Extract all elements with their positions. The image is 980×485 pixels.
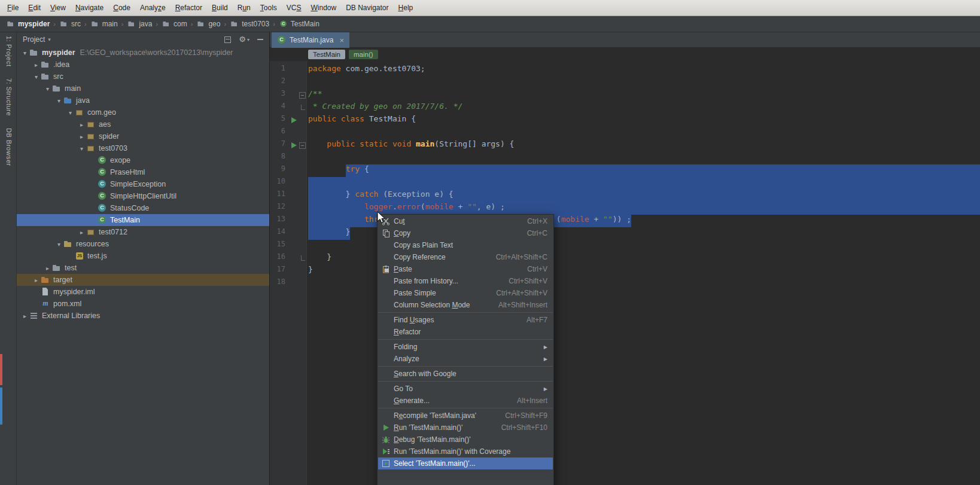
menubar-item-edit[interactable]: Edit — [23, 0, 45, 16]
breadcrumb-java[interactable]: java — [126, 19, 153, 29]
menu-item-paste-from-history[interactable]: Paste from History...Ctrl+Shift+V — [378, 275, 553, 287]
run-icon[interactable] — [291, 117, 297, 123]
fold-end-icon[interactable] — [301, 105, 305, 110]
menubar-item-analyze[interactable]: Analyze — [135, 0, 171, 16]
tree-item-testmain[interactable]: CTestMain — [17, 214, 269, 226]
tree-item-myspider[interactable]: ▾myspiderE:\GEO_workspace\works20170213\… — [17, 47, 269, 59]
menubar-item-window[interactable]: Window — [306, 0, 341, 16]
menu-item-go-to[interactable]: Go To▶ — [378, 383, 553, 395]
menu-item-folding[interactable]: Folding▶ — [378, 341, 553, 353]
breadcrumb-test0703[interactable]: test0703 — [229, 19, 270, 29]
breadcrumb-com[interactable]: com — [160, 19, 188, 29]
menubar-item-help[interactable]: Help — [394, 0, 418, 16]
chevron-collapsed-icon[interactable]: ▸ — [77, 121, 86, 128]
tree-item-target[interactable]: ▸target — [17, 274, 269, 286]
tree-item-simpleexception[interactable]: CSimpleException — [17, 178, 269, 190]
fold-collapse-icon[interactable]: − — [299, 92, 306, 99]
tree-item-pom-xml[interactable]: mpom.xml — [17, 298, 269, 310]
chevron-collapsed-icon[interactable]: ▸ — [32, 62, 41, 68]
line-number: 7 — [270, 139, 285, 152]
tree-item-aes[interactable]: ▸aes — [17, 118, 269, 130]
tree-item-java[interactable]: ▾java — [17, 94, 269, 106]
chevron-collapsed-icon[interactable]: ▸ — [43, 265, 52, 272]
menu-item-paste[interactable]: PasteCtrl+V — [378, 263, 553, 275]
tree-item-test[interactable]: ▸test — [17, 262, 269, 274]
menu-item-analyze[interactable]: Analyze▶ — [378, 353, 553, 365]
tree-item-idea[interactable]: ▸.idea — [17, 59, 269, 71]
breadcrumb-label: src — [71, 20, 81, 28]
tree-item-main[interactable]: ▾main — [17, 83, 269, 94]
menu-item-run-testmain-main-with-coverage[interactable]: Run 'TestMain.main()' with Coverage — [378, 446, 553, 457]
menu-item-copy-as-plain-text[interactable]: Copy as Plain Text — [378, 239, 553, 251]
menu-item-select-testmain-main[interactable]: Select 'TestMain.main()'... — [378, 457, 553, 469]
chevron-expanded-icon[interactable]: ▾ — [43, 86, 52, 92]
menubar-item-refactor[interactable]: Refactor — [171, 0, 207, 16]
menu-item-column-selection-mode[interactable]: Column Selection ModeAlt+Shift+Insert — [378, 299, 553, 311]
menubar-item-build[interactable]: Build — [207, 0, 233, 16]
tree-item-test-js[interactable]: JStest.js — [17, 250, 269, 262]
tree-item-src[interactable]: ▾src — [17, 71, 269, 83]
tree-item-statuscode[interactable]: CStatusCode — [17, 202, 269, 214]
menubar-item-code[interactable]: Code — [108, 0, 135, 16]
fold-collapse-icon[interactable]: − — [299, 142, 306, 149]
chevron-expanded-icon[interactable]: ▾ — [54, 241, 63, 248]
tree-item-simplehttpclientutil[interactable]: CSimpleHttpClientUtil — [17, 190, 269, 202]
chevron-collapsed-icon[interactable]: ▸ — [77, 229, 86, 236]
chevron-expanded-icon[interactable]: ▾ — [20, 50, 29, 56]
menubar-item-view[interactable]: View — [45, 0, 71, 16]
chevron-down-icon[interactable]: ▾ — [48, 36, 51, 42]
breadcrumb-myspider[interactable]: myspider — [5, 19, 51, 29]
breadcrumb-main[interactable]: main — [89, 19, 119, 29]
menu-item-paste-simple[interactable]: Paste SimpleCtrl+Alt+Shift+V — [378, 287, 553, 299]
package-icon — [86, 227, 96, 237]
tree-item-test0703[interactable]: ▾test0703 — [17, 142, 269, 154]
tree-item-prasehtml[interactable]: CPraseHtml — [17, 166, 269, 178]
tool-window-button-7-structure[interactable]: 7: Structure — [4, 78, 13, 116]
chevron-expanded-icon[interactable]: ▾ — [54, 97, 63, 104]
breadcrumb-src[interactable]: src — [58, 19, 82, 29]
tree-item-external-libraries[interactable]: ▸External Libraries — [17, 310, 269, 322]
tree-item-com-geo[interactable]: ▾com.geo — [17, 106, 269, 118]
menubar-item-db-navigator[interactable]: DB Navigator — [341, 0, 393, 16]
breadcrumb-testmain[interactable]: CTestMain — [278, 19, 321, 29]
line-number: 5 — [270, 114, 285, 127]
tool-window-button-db-browser[interactable]: DB Browser — [4, 128, 13, 166]
chevron-expanded-icon[interactable]: ▾ — [66, 109, 75, 116]
package-icon — [86, 144, 96, 153]
fold-end-icon[interactable] — [301, 255, 305, 261]
menu-item-refactor[interactable]: Refactor — [378, 326, 553, 338]
menu-item-generate[interactable]: Generate...Alt+Insert — [378, 395, 553, 407]
menu-item-debug-testmain-main[interactable]: Debug 'TestMain.main()' — [378, 434, 553, 446]
menu-item-search-with-google[interactable]: Search with Google — [378, 368, 553, 380]
menubar-item-file[interactable]: File — [2, 0, 23, 16]
menu-item-cut[interactable]: CutCtrl+X — [378, 215, 553, 227]
chevron-expanded-icon[interactable]: ▾ — [32, 74, 41, 80]
menu-item-copy-reference[interactable]: Copy ReferenceCtrl+Alt+Shift+C — [378, 251, 553, 263]
menubar-item-vcs[interactable]: VCS — [282, 0, 306, 16]
hide-panel-icon[interactable] — [257, 35, 263, 44]
menu-item-copy[interactable]: CopyCtrl+C — [378, 227, 553, 239]
menubar-item-tools[interactable]: Tools — [255, 0, 282, 16]
gear-icon[interactable]: ⚙ ▾ — [239, 35, 249, 44]
menu-item-run-testmain-main[interactable]: Run 'TestMain.main()'Ctrl+Shift+F10 — [378, 422, 553, 434]
code-line — [308, 127, 980, 139]
chevron-collapsed-icon[interactable]: ▸ — [77, 133, 86, 140]
menu-item-find-usages[interactable]: Find UsagesAlt+F7 — [378, 314, 553, 326]
collapse-all-icon[interactable] — [224, 35, 231, 44]
tree-item-spider[interactable]: ▸spider — [17, 130, 269, 142]
menu-item-recompile-testmain-java[interactable]: Recompile 'TestMain.java'Ctrl+Shift+F9 — [378, 410, 553, 422]
tree-item-exope[interactable]: Cexope — [17, 154, 269, 166]
breadcrumb-geo[interactable]: geo — [195, 19, 221, 29]
menubar-item-run[interactable]: Run — [233, 0, 255, 16]
tree-item-resources[interactable]: ▾resources — [17, 238, 269, 250]
tree-item-myspider-iml[interactable]: myspider.iml — [17, 286, 269, 298]
chevron-expanded-icon[interactable]: ▾ — [77, 145, 86, 152]
tree-item-test0712[interactable]: ▸test0712 — [17, 226, 269, 238]
folder-icon — [41, 60, 50, 69]
menubar-item-navigate[interactable]: Navigate — [71, 0, 108, 16]
chevron-collapsed-icon[interactable]: ▸ — [32, 277, 41, 283]
run-icon[interactable] — [291, 142, 297, 148]
tool-window-button-1-project[interactable]: 1: Project — [4, 36, 13, 66]
chevron-collapsed-icon[interactable]: ▸ — [20, 313, 29, 319]
line-number: 3 — [270, 89, 285, 102]
